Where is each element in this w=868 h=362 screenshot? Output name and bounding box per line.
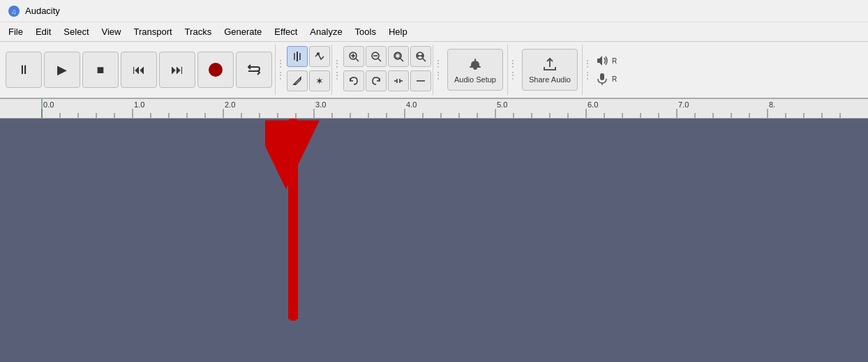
playback-volume-row: R [595, 54, 617, 68]
record-label: R [612, 75, 617, 83]
pause-button[interactable]: ⏸ [6, 52, 42, 88]
zoom-out-button[interactable] [366, 46, 387, 67]
svg-line-8 [356, 59, 359, 61]
toolbar: ⏸ ▶ ■ ⏮ ⏭ [0, 42, 868, 99]
svg-rect-28 [600, 73, 604, 80]
title-bar: ♫ Audacity [0, 0, 868, 22]
menu-view[interactable]: View [96, 24, 127, 39]
menu-edit[interactable]: Edit [30, 24, 57, 39]
menu-generate[interactable]: Generate [218, 24, 267, 39]
loop-button[interactable] [236, 52, 272, 88]
separator-2 [335, 45, 339, 93]
silence-button[interactable] [410, 70, 431, 91]
separator-4 [511, 45, 515, 93]
menu-help[interactable]: Help [383, 24, 413, 39]
svg-text:♫: ♫ [11, 8, 17, 15]
menu-select[interactable]: Select [58, 24, 94, 39]
app-icon: ♫ [7, 4, 21, 18]
zoom-in-button[interactable] [343, 46, 364, 67]
edit-tools-group: ✶ [285, 45, 332, 95]
speaker-icon [595, 54, 609, 68]
zoom-group [342, 45, 433, 95]
annotation-arrow [265, 119, 321, 328]
volume-group: R R [592, 45, 620, 95]
audio-group: Audio Setup [443, 45, 508, 95]
menu-tools[interactable]: Tools [350, 24, 382, 39]
svg-rect-16 [396, 54, 400, 58]
redo-button[interactable] [366, 70, 387, 91]
share-audio-label: Share Audio [529, 75, 571, 84]
menu-bar: File Edit Select View Transport Tracks G… [0, 22, 868, 42]
svg-marker-32 [283, 119, 304, 133]
draw-tool-button[interactable] [287, 70, 308, 91]
skip-end-button[interactable]: ⏭ [159, 52, 195, 88]
menu-analyze[interactable]: Analyze [304, 24, 347, 39]
envelope-tool-button[interactable] [309, 46, 330, 67]
svg-line-18 [423, 59, 426, 61]
multi-tool-button[interactable]: ✶ [309, 70, 330, 91]
mic-icon [595, 72, 609, 86]
svg-point-5 [317, 52, 320, 55]
audio-setup-button[interactable]: Audio Setup [447, 49, 503, 91]
share-audio-button[interactable]: Share Audio [522, 49, 578, 91]
separator-1 [278, 45, 283, 93]
menu-effect[interactable]: Effect [269, 24, 303, 39]
share-audio-group: Share Audio [518, 45, 583, 95]
app-title: Audacity [25, 6, 60, 16]
timeline-ruler: ▼ [0, 99, 868, 119]
svg-line-15 [401, 59, 403, 61]
svg-line-12 [378, 59, 381, 61]
transport-group: ⏸ ▶ ■ ⏮ ⏭ [3, 45, 276, 95]
ruler-canvas [0, 99, 868, 119]
record-volume-row: R [595, 72, 617, 86]
svg-rect-33 [288, 132, 298, 319]
skip-start-button[interactable]: ⏮ [121, 52, 157, 88]
select-tool-button[interactable] [287, 46, 308, 67]
track-area [0, 119, 868, 362]
stop-button[interactable]: ■ [82, 52, 119, 88]
playback-label: R [612, 57, 617, 65]
undo-button[interactable] [343, 70, 364, 91]
zoom-fit-button[interactable] [410, 46, 431, 67]
zoom-selection-button[interactable] [388, 46, 409, 67]
menu-tracks[interactable]: Tracks [179, 24, 218, 39]
separator-5 [585, 45, 590, 93]
record-button[interactable] [197, 52, 234, 88]
audio-setup-label: Audio Setup [454, 75, 496, 84]
play-button[interactable]: ▶ [44, 52, 80, 88]
separator-3 [436, 45, 440, 93]
menu-file[interactable]: File [3, 24, 29, 39]
trim-button[interactable] [388, 70, 409, 91]
menu-transport[interactable]: Transport [128, 24, 177, 39]
